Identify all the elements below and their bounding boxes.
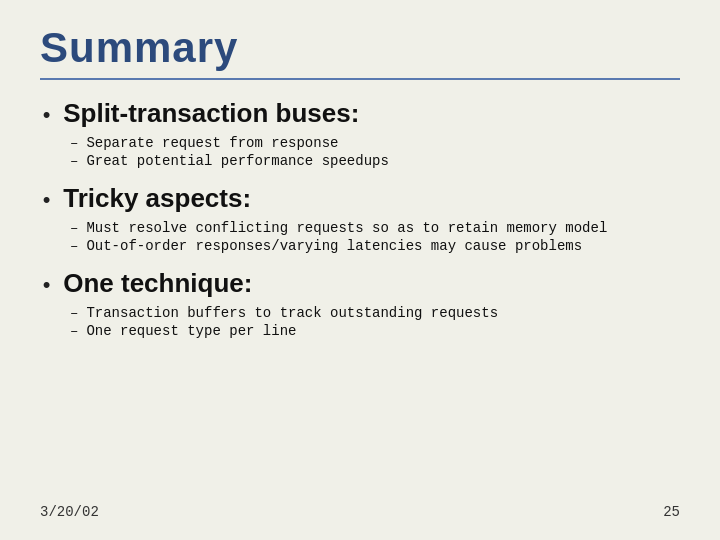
slide-footer: 3/20/02 25 [40,496,680,520]
sub-text-3-1: Transaction buffers to track outstanding… [86,305,498,321]
footer-page: 25 [663,504,680,520]
sub-bullet-2-1: – Must resolve conflicting requests so a… [70,220,680,236]
sub-text-3-2: One request type per line [86,323,296,339]
sub-text-2-2: Out-of-order responses/varying latencies… [86,238,582,254]
sub-text-1-1: Separate request from response [86,135,338,151]
bullet-main-2: • Tricky aspects: [40,183,680,214]
title-divider [40,78,680,80]
sub-dash-3-1: – [70,305,78,321]
content-area: • Split-transaction buses: – Separate re… [40,98,680,496]
slide: Summary • Split-transaction buses: – Sep… [0,0,720,540]
sub-bullet-2-2: – Out-of-order responses/varying latenci… [70,238,680,254]
sub-bullets-2: – Must resolve conflicting requests so a… [40,220,680,254]
bullet-dot-1: • [40,106,53,128]
bullet-main-text-1: Split-transaction buses: [63,98,359,129]
sub-dash-3-2: – [70,323,78,339]
sub-bullet-1-1: – Separate request from response [70,135,680,151]
sub-text-1-2: Great potential performance speedups [86,153,388,169]
sub-bullet-3-1: – Transaction buffers to track outstandi… [70,305,680,321]
sub-bullet-1-2: – Great potential performance speedups [70,153,680,169]
bullet-section-3: • One technique: – Transaction buffers t… [40,268,680,339]
bullet-main-text-2: Tricky aspects: [63,183,251,214]
sub-dash-1-2: – [70,153,78,169]
bullet-main-3: • One technique: [40,268,680,299]
footer-date: 3/20/02 [40,504,99,520]
slide-title: Summary [40,24,680,72]
bullet-main-1: • Split-transaction buses: [40,98,680,129]
sub-bullets-1: – Separate request from response – Great… [40,135,680,169]
bullet-main-text-3: One technique: [63,268,252,299]
bullet-section-1: • Split-transaction buses: – Separate re… [40,98,680,169]
bullet-dot-3: • [40,276,53,298]
bullet-section-2: • Tricky aspects: – Must resolve conflic… [40,183,680,254]
sub-text-2-1: Must resolve conflicting requests so as … [86,220,607,236]
sub-dash-1-1: – [70,135,78,151]
sub-dash-2-1: – [70,220,78,236]
sub-bullets-3: – Transaction buffers to track outstandi… [40,305,680,339]
sub-bullet-3-2: – One request type per line [70,323,680,339]
bullet-dot-2: • [40,191,53,213]
sub-dash-2-2: – [70,238,78,254]
